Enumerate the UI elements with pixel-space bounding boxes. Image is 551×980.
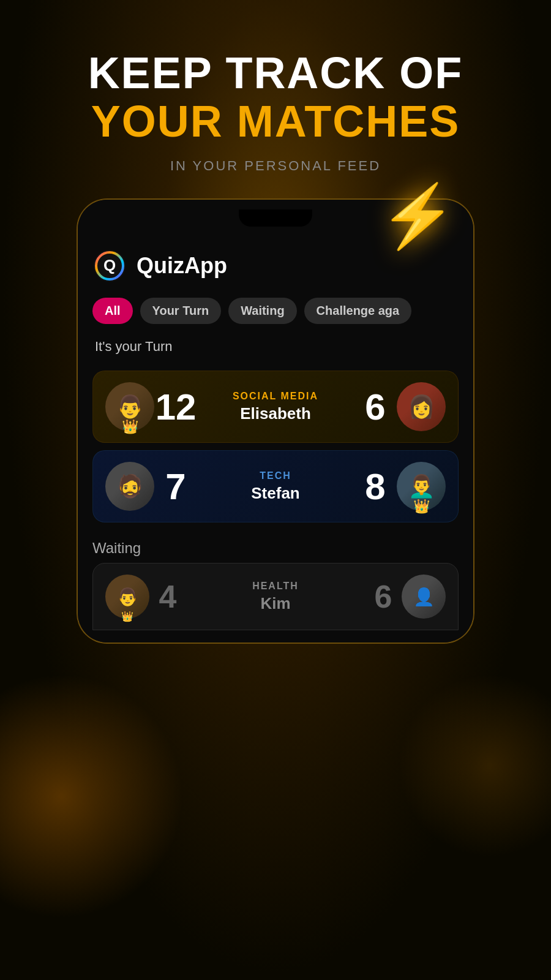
match-category-tech: TECH xyxy=(203,470,348,481)
phone-frame: Q QuizApp All xyxy=(77,198,474,644)
tab-waiting[interactable]: Waiting xyxy=(228,298,296,324)
app-name: QuizApp xyxy=(137,253,227,279)
opp-avatar-img-health: 👤 xyxy=(402,575,446,619)
opp-avatar-health: 👤 xyxy=(402,575,446,619)
main-content: KEEP TRACK OF YOUR MATCHES IN YOUR PERSO… xyxy=(0,0,551,980)
header-title-line2: YOUR MATCHES xyxy=(88,97,463,146)
filter-tabs: All Your Turn Waiting Challenge aga xyxy=(92,298,459,324)
match-card-health[interactable]: 👨 👑 4 HEALTH Kim 6 👤 xyxy=(92,563,459,630)
tab-your-turn[interactable]: Your Turn xyxy=(140,298,222,324)
header-subtitle: IN YOUR PERSONAL FEED xyxy=(88,158,463,174)
my-score-health: 4 xyxy=(149,578,186,615)
my-avatar-img-health: 👨 👑 xyxy=(105,575,149,619)
phone-mockup: ⚡ Q xyxy=(77,198,474,644)
my-avatar-img-tech: 🧔 xyxy=(105,462,154,511)
opp-score-health: 6 xyxy=(365,578,402,615)
my-avatar-health: 👨 👑 xyxy=(105,575,149,619)
opp-score-social: 6 xyxy=(354,386,397,428)
match-opponent-social: Elisabeth xyxy=(203,404,348,423)
waiting-section-label: Waiting xyxy=(92,530,459,563)
match-center-tech: TECH Stefan xyxy=(197,470,354,503)
my-avatar-social: 👨 👑 xyxy=(105,382,154,431)
tab-challenge[interactable]: Challenge aga xyxy=(304,298,412,324)
opp-score-tech: 8 xyxy=(354,466,397,508)
match-center-health: HEALTH Kim xyxy=(186,581,365,613)
match-category-health: HEALTH xyxy=(192,581,359,592)
my-crown-social: 👑 xyxy=(122,419,138,435)
app-logo-row: Q QuizApp xyxy=(92,249,459,283)
match-opponent-tech: Stefan xyxy=(203,484,348,503)
lightning-icon: ⚡ xyxy=(380,180,456,252)
match-card-social-media[interactable]: 👨 👑 12 SOCIAL MEDIA Elisabeth 6 👩 xyxy=(92,371,459,443)
match-category-social: SOCIAL MEDIA xyxy=(203,391,348,402)
opp-avatar-social: 👩 xyxy=(397,382,446,431)
tab-all[interactable]: All xyxy=(92,298,133,324)
opp-avatar-img-social: 👩 xyxy=(397,382,446,431)
matches-area: 👨 👑 12 SOCIAL MEDIA Elisabeth 6 👩 xyxy=(78,371,473,643)
opp-avatar-tech: 👨‍🦱 👑 xyxy=(397,462,446,511)
my-score-tech: 7 xyxy=(154,466,197,508)
match-card-tech[interactable]: 🧔 7 TECH Stefan 8 👨‍🦱 👑 xyxy=(92,450,459,522)
app-logo-icon: Q xyxy=(92,249,127,283)
header: KEEP TRACK OF YOUR MATCHES IN YOUR PERSO… xyxy=(88,49,463,174)
your-turn-section-label: It's your Turn xyxy=(92,339,459,355)
phone-notch xyxy=(239,209,312,227)
header-title-line1: KEEP TRACK OF xyxy=(88,49,463,97)
svg-text:Q: Q xyxy=(103,256,116,274)
match-opponent-health: Kim xyxy=(192,594,359,613)
my-score-social: 12 xyxy=(154,386,197,428)
my-avatar-tech: 🧔 xyxy=(105,462,154,511)
opp-crown-tech: 👑 xyxy=(413,499,430,514)
app-content: Q QuizApp All xyxy=(78,236,473,371)
match-center-social: SOCIAL MEDIA Elisabeth xyxy=(197,391,354,423)
my-crown-health: 👑 xyxy=(121,611,133,622)
